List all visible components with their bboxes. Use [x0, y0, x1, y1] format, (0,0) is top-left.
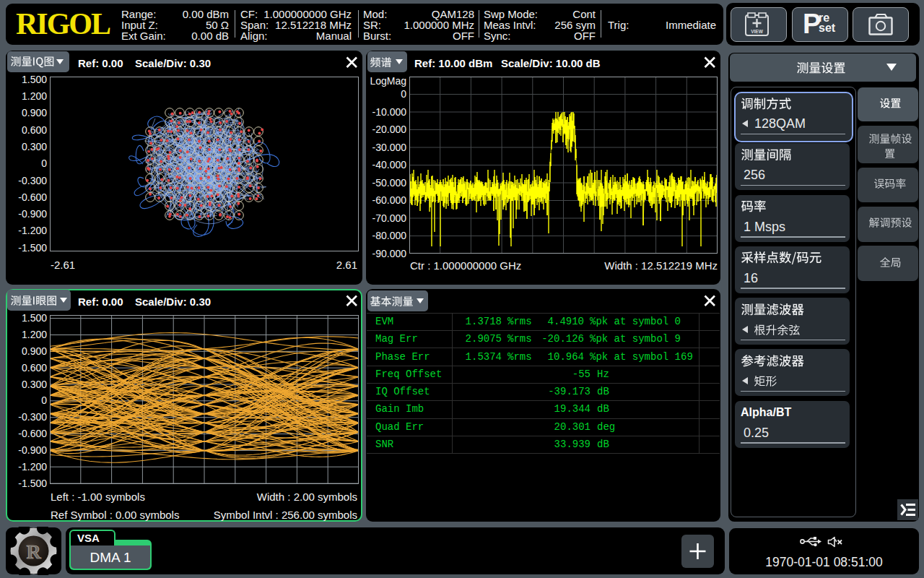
svg-text:R: R [26, 540, 41, 563]
svg-text:VIEW: VIEW [751, 29, 763, 34]
